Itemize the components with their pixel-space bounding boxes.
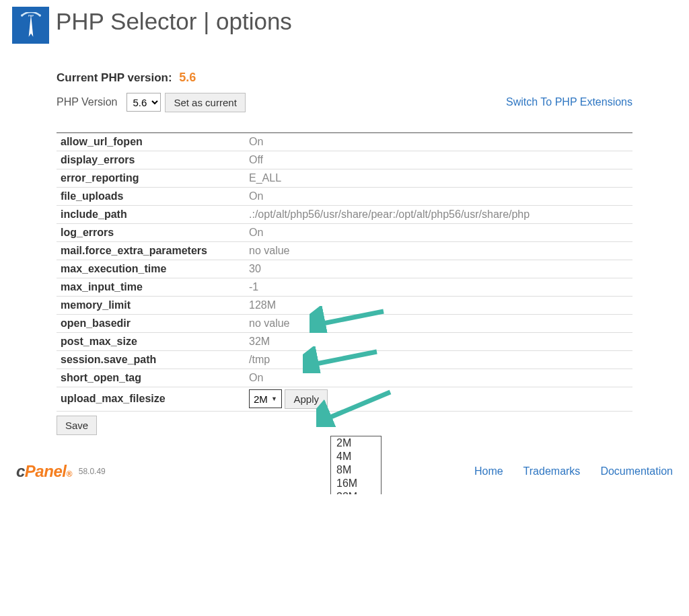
php-version-label: PHP Version xyxy=(57,90,117,115)
content-area: Current PHP version: 5.6 PHP Version 5.6… xyxy=(0,71,689,435)
footer-trademarks-link[interactable]: Trademarks xyxy=(523,465,581,477)
set-as-current-button[interactable]: Set as current xyxy=(165,93,245,112)
option-name: max_execution_time xyxy=(57,260,245,278)
option-row: mail.force_extra_parametersno value xyxy=(57,241,632,260)
option-name: allow_url_fopen xyxy=(57,132,245,151)
option-row: session.save_path/tmp xyxy=(57,350,632,369)
option-value[interactable]: On xyxy=(245,223,632,241)
current-version-label: Current PHP version: xyxy=(57,71,172,84)
dropdown-option[interactable]: 16M xyxy=(331,477,381,490)
dropdown-option[interactable]: 4M xyxy=(331,450,381,463)
option-row: post_max_size32M xyxy=(57,332,632,350)
dropdown-option[interactable]: 8M xyxy=(331,463,381,477)
option-value[interactable]: On xyxy=(245,132,632,151)
option-row: max_input_time-1 xyxy=(57,278,632,296)
option-name: session.save_path xyxy=(57,350,245,369)
option-row: log_errorsOn xyxy=(57,223,632,241)
cpanel-logo: cPanel® xyxy=(16,462,72,481)
option-row: max_execution_time30 xyxy=(57,260,632,278)
option-row: error_reportingE_ALL xyxy=(57,169,632,187)
option-name: memory_limit xyxy=(57,296,245,314)
switch-extensions-link[interactable]: Switch To PHP Extensions xyxy=(506,96,632,108)
version-selector-row: PHP Version 5.6 Set as current Switch To… xyxy=(57,90,632,115)
cpanel-version: 58.0.49 xyxy=(79,467,106,476)
php-selector-icon: PHP xyxy=(12,7,49,44)
option-value[interactable]: -1 xyxy=(245,278,632,296)
option-value[interactable]: no value xyxy=(245,241,632,260)
option-row: display_errorsOff xyxy=(57,151,632,169)
php-options-table: allow_url_fopenOndisplay_errorsOfferror_… xyxy=(57,132,632,412)
option-name: max_input_time xyxy=(57,278,245,296)
option-name: display_errors xyxy=(57,151,245,169)
page-header: PHP PHP Selector | options xyxy=(0,0,689,50)
footer-links: Home Trademarks Documentation xyxy=(474,465,673,477)
apply-button[interactable]: Apply xyxy=(285,389,328,409)
option-row: include_path.:/opt/alt/php56/usr/share/p… xyxy=(57,205,632,223)
option-name: log_errors xyxy=(57,223,245,241)
option-value[interactable]: .:/opt/alt/php56/usr/share/pear:/opt/alt… xyxy=(245,205,632,223)
option-value[interactable]: On xyxy=(245,187,632,205)
option-row: short_open_tagOn xyxy=(57,369,632,387)
option-name: error_reporting xyxy=(57,169,245,187)
option-value-editing: 2M Apply xyxy=(245,387,632,411)
option-name: file_uploads xyxy=(57,187,245,205)
option-value[interactable]: 30 xyxy=(245,260,632,278)
svg-text:PHP: PHP xyxy=(28,13,34,17)
footer-home-link[interactable]: Home xyxy=(474,465,503,477)
option-row-editing: upload_max_filesize2M Apply xyxy=(57,387,632,411)
option-value[interactable]: Off xyxy=(245,151,632,169)
dropdown-option[interactable]: 32M xyxy=(331,490,381,494)
option-name: mail.force_extra_parameters xyxy=(57,241,245,260)
option-value[interactable]: On xyxy=(245,369,632,387)
current-version-value: 5.6 xyxy=(179,71,196,84)
option-name: upload_max_filesize xyxy=(57,387,245,411)
svg-point-1 xyxy=(38,14,40,16)
page-title: PHP Selector | options xyxy=(56,7,292,35)
option-name: post_max_size xyxy=(57,332,245,350)
option-name: short_open_tag xyxy=(57,369,245,387)
upload-max-filesize-select[interactable]: 2M xyxy=(249,389,282,408)
option-row: open_basedirno value xyxy=(57,314,632,332)
option-row: allow_url_fopenOn xyxy=(57,132,632,151)
option-value[interactable]: /tmp xyxy=(245,350,632,369)
dropdown-option[interactable]: 2M xyxy=(331,436,381,450)
php-version-select[interactable]: 5.6 xyxy=(126,93,161,112)
option-value[interactable]: 128M xyxy=(245,296,632,314)
footer-documentation-link[interactable]: Documentation xyxy=(600,465,673,477)
save-button[interactable]: Save xyxy=(57,416,97,435)
option-value[interactable]: no value xyxy=(245,314,632,332)
option-name: open_basedir xyxy=(57,314,245,332)
option-name: include_path xyxy=(57,205,245,223)
option-value[interactable]: 32M xyxy=(245,332,632,350)
option-row: memory_limit128M xyxy=(57,296,632,314)
option-row: file_uploadsOn xyxy=(57,187,632,205)
current-version-row: Current PHP version: 5.6 xyxy=(57,71,632,85)
option-value[interactable]: E_ALL xyxy=(245,169,632,187)
svg-point-0 xyxy=(21,14,23,16)
upload-max-filesize-dropdown-list[interactable]: 2M4M8M16M32M64M128M256M512M1G xyxy=(330,436,382,494)
